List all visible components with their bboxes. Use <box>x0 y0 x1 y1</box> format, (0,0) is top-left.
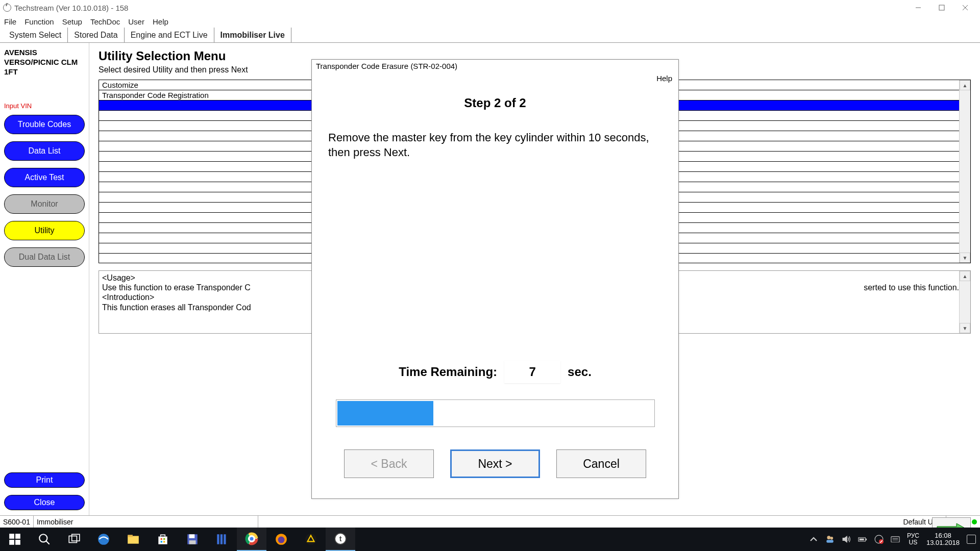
menu-setup[interactable]: Setup <box>62 17 82 26</box>
tray-chevron-up-icon[interactable] <box>809 535 818 544</box>
svg-rect-20 <box>163 541 165 542</box>
svg-rect-16 <box>158 537 167 544</box>
svg-rect-41 <box>826 540 834 543</box>
status-code: S600-01 <box>0 516 34 528</box>
svg-point-9 <box>39 534 47 542</box>
dialog-title: Transponder Code Erasure (STR-02-004) <box>312 60 678 74</box>
input-vin-link[interactable]: Input VIN <box>4 102 85 110</box>
svg-rect-44 <box>866 538 867 540</box>
svg-rect-26 <box>224 534 226 544</box>
system-tray: РУС US 16:08 13.01.2018 <box>809 532 980 547</box>
window-controls <box>906 0 977 15</box>
data-list-button[interactable]: Data List <box>4 141 85 161</box>
tab-immobiliser-live[interactable]: Immobiliser Live <box>214 28 291 42</box>
svg-rect-8 <box>15 540 20 545</box>
task-view-icon[interactable] <box>59 528 89 551</box>
taskbar-techstream[interactable]: t <box>326 528 355 551</box>
svg-point-39 <box>827 536 830 539</box>
svg-text:t: t <box>339 535 342 543</box>
window-titlebar: Techstream (Ver 10.10.018) - 158 <box>0 0 980 15</box>
utility-list-scrollbar[interactable]: ▲ ▼ <box>959 80 970 263</box>
next-button[interactable]: Next > <box>450 449 540 478</box>
minimize-button[interactable] <box>906 0 930 15</box>
svg-rect-11 <box>69 536 77 543</box>
utility-button[interactable]: Utility <box>4 221 85 240</box>
start-button[interactable] <box>0 528 30 551</box>
svg-rect-25 <box>220 534 223 544</box>
svg-rect-7 <box>9 540 14 545</box>
window-title: Techstream (Ver 10.10.018) - 158 <box>14 4 906 12</box>
taskbar-app-yellow[interactable] <box>296 528 326 551</box>
svg-marker-42 <box>843 536 847 542</box>
tab-bar: System Select Stored Data Engine and ECT… <box>0 28 980 43</box>
tab-stored-data[interactable]: Stored Data <box>68 28 124 42</box>
menu-techdoc[interactable]: TechDoc <box>90 17 120 26</box>
search-icon[interactable] <box>30 528 59 551</box>
step-title: Step 2 of 2 <box>328 96 662 110</box>
sidebar: AVENSIS VERSO/PICNIC CLM 1FT Input VIN T… <box>0 43 89 515</box>
trouble-codes-button[interactable]: Trouble Codes <box>4 115 85 134</box>
svg-rect-12 <box>72 534 80 541</box>
svg-rect-17 <box>161 538 162 540</box>
usage-scrollbar[interactable]: ▲ ▼ <box>959 271 970 333</box>
svg-rect-24 <box>217 534 219 544</box>
svg-rect-18 <box>163 538 165 540</box>
svg-rect-45 <box>860 538 864 540</box>
status-system: Immobiliser <box>34 516 258 528</box>
dialog-help-link[interactable]: Help <box>312 74 678 86</box>
close-panel-button[interactable]: Close <box>4 495 85 510</box>
status-dot-icon <box>972 519 977 524</box>
tray-battery-icon[interactable] <box>858 535 867 544</box>
svg-point-40 <box>830 537 833 540</box>
vehicle-label: AVENSIS VERSO/PICNIC CLM 1FT <box>4 48 85 77</box>
progress-fill <box>337 401 433 425</box>
active-test-button[interactable]: Active Test <box>4 168 85 187</box>
taskbar-app-disk[interactable] <box>178 528 207 551</box>
app-icon <box>3 4 11 12</box>
menu-user[interactable]: User <box>128 17 144 26</box>
time-remaining-label: Time Remaining: <box>399 365 497 379</box>
maximize-button[interactable] <box>930 0 953 15</box>
scroll-down-icon[interactable]: ▼ <box>960 323 970 333</box>
cancel-button[interactable]: Cancel <box>556 449 646 478</box>
time-remaining-unit: sec. <box>568 365 592 379</box>
svg-line-10 <box>46 541 50 544</box>
close-button[interactable] <box>953 0 977 15</box>
tab-engine-ect-live[interactable]: Engine and ECT Live <box>125 28 214 42</box>
tray-language[interactable]: РУС US <box>907 533 919 546</box>
svg-rect-49 <box>891 537 899 542</box>
taskbar-explorer[interactable] <box>118 528 148 551</box>
svg-rect-1 <box>939 5 944 10</box>
time-remaining-row: Time Remaining: 7 sec. <box>328 361 662 383</box>
svg-rect-14 <box>128 536 139 544</box>
taskbar-edge[interactable] <box>89 528 118 551</box>
menu-bar: File Function Setup TechDoc User Help <box>0 15 980 28</box>
taskbar-firefox[interactable] <box>266 528 296 551</box>
tray-notifications-icon[interactable] <box>967 535 976 544</box>
tray-clock[interactable]: 16:08 13.01.2018 <box>926 532 960 547</box>
taskbar-app-blue[interactable] <box>207 528 237 551</box>
tray-volume-icon[interactable] <box>842 535 851 544</box>
monitor-button: Monitor <box>4 194 85 214</box>
print-button[interactable]: Print <box>4 472 85 488</box>
scroll-up-icon[interactable]: ▲ <box>960 80 970 90</box>
svg-rect-22 <box>189 534 195 538</box>
back-button: < Back <box>344 449 434 478</box>
svg-rect-6 <box>15 534 20 539</box>
menu-help[interactable]: Help <box>153 17 168 26</box>
svg-rect-15 <box>128 535 133 537</box>
scroll-down-icon[interactable]: ▼ <box>960 253 970 263</box>
dual-data-list-button: Dual Data List <box>4 247 85 267</box>
menu-function[interactable]: Function <box>24 17 54 26</box>
tray-people-icon[interactable] <box>825 535 835 544</box>
svg-point-34 <box>278 537 285 543</box>
menu-file[interactable]: File <box>4 17 16 26</box>
tab-system-select[interactable]: System Select <box>3 28 68 42</box>
taskbar-store[interactable] <box>148 528 178 551</box>
svg-rect-19 <box>161 541 162 542</box>
tray-keyboard-icon[interactable] <box>891 535 900 544</box>
taskbar-chrome[interactable] <box>237 528 266 551</box>
scroll-up-icon[interactable]: ▲ <box>960 271 970 281</box>
progress-bar <box>336 399 655 427</box>
tray-network-icon[interactable] <box>874 535 884 544</box>
